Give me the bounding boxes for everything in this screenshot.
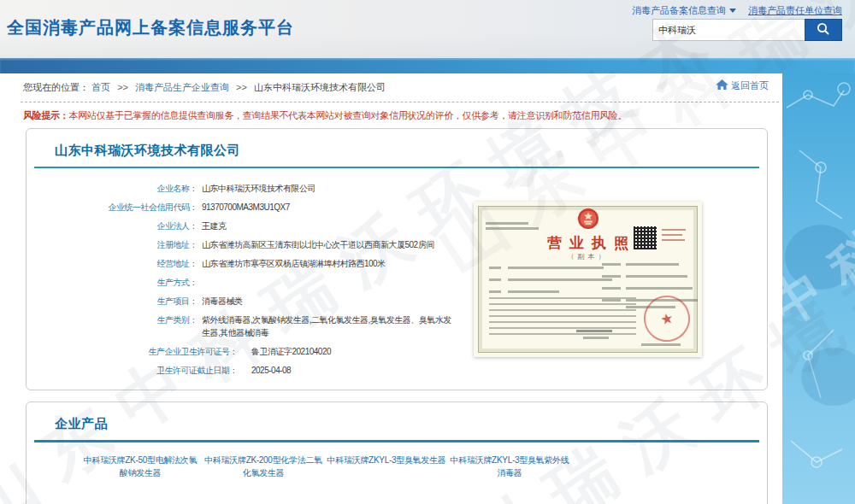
product-links: 中科瑞沃牌ZK-50型电解法次氯酸钠发生器 中科瑞沃牌ZK-200型化学法二氧化… <box>80 454 572 479</box>
license-paragraph-lines <box>489 297 636 338</box>
chevron-down-icon <box>729 9 736 13</box>
license-subtitle: （副本） <box>474 252 702 261</box>
risk-notice: 风险提示：本网站仅基于已掌握的信息提供查询服务，查询结果不代表本网站对被查询对象… <box>23 109 627 122</box>
search-bar <box>652 19 842 41</box>
product-link-zk50[interactable]: 中科瑞沃牌ZK-50型电解法次氯酸钠发生器 <box>80 454 201 479</box>
breadcrumb-enterprise-query[interactable]: 消毒产品生产企业查询 <box>135 82 229 92</box>
license-date-text <box>641 343 681 346</box>
products-title: 企业产品 <box>55 416 108 432</box>
breadcrumb-separator: >> <box>236 82 247 92</box>
license-fine-print <box>602 275 621 278</box>
license-fine-print <box>626 263 679 266</box>
site-title: 全国消毒产品网上备案信息服务平台 <box>7 16 294 39</box>
license-fine-print <box>662 234 682 236</box>
field-row-registered-address: 注册地址： 山东省潍坊高新区玉清东街以北中心次干道以西商新大厦502房间 <box>27 238 475 251</box>
license-title: 营业执照 <box>474 233 702 253</box>
breadcrumb-separator: >> <box>117 82 128 92</box>
risk-notice-label: 风险提示： <box>23 110 69 120</box>
background-decoration: 山东中科瑞沃环境技术 <box>782 73 855 504</box>
license-fine-print <box>508 290 559 293</box>
page: 全国消毒产品网上备案信息服务平台 消毒产品备案信息查询 消毒产品责任单位查询 <box>0 0 855 504</box>
breadcrumb-home[interactable]: 首页 <box>91 82 110 92</box>
license-fine-print <box>626 287 693 290</box>
field-row-production-mode: 生产方式： <box>27 276 475 289</box>
license-fine-print <box>602 287 621 290</box>
top-nav: 消毒产品备案信息查询 消毒产品责任单位查询 <box>632 4 842 17</box>
header: 全国消毒产品网上备案信息服务平台 消毒产品备案信息查询 消毒产品责任单位查询 <box>0 0 855 58</box>
main-content: 您现在的位置： 首页 >> 消毒产品生产企业查询 >> 山东中科瑞沃环境技术有限… <box>0 73 782 504</box>
license-registrar-text <box>576 330 612 332</box>
field-row-license-expiry: 卫生许可证截止日期： 2025-04-08 <box>27 364 475 377</box>
divider-teal <box>34 167 759 168</box>
license-fine-print <box>602 263 621 266</box>
header-divider-bar <box>0 58 855 73</box>
product-link-zk200[interactable]: 中科瑞沃牌ZK-200型化学法二氧化氯发生器 <box>203 454 324 479</box>
nav-responsible-unit-query[interactable]: 消毒产品责任单位查询 <box>748 4 842 17</box>
search-icon <box>816 21 831 39</box>
nav-record-info-query[interactable]: 消毒产品备案信息查询 <box>632 4 726 17</box>
breadcrumb-prefix: 您现在的位置： <box>23 82 89 92</box>
company-title: 山东中科瑞沃环境技术有限公司 <box>55 143 240 159</box>
field-row-hygiene-license-no: 生产企业卫生许可证号： 鲁卫消证字202104020 <box>27 345 475 358</box>
license-fine-print <box>508 267 604 269</box>
license-fine-print <box>489 290 501 293</box>
company-fields: 企业名称： 山东中科瑞沃环境技术有限公司 企业统一社会信用代码： 9137070… <box>27 182 475 383</box>
products-panel: 企业产品 中科瑞沃牌ZK-50型电解法次氯酸钠发生器 中科瑞沃牌ZK-200型化… <box>26 401 768 504</box>
breadcrumb: 您现在的位置： 首页 >> 消毒产品生产企业查询 >> 山东中科瑞沃环境技术有限… <box>23 81 386 94</box>
field-row-company-name: 企业名称： 山东中科瑞沃环境技术有限公司 <box>27 182 475 195</box>
risk-notice-text: 本网站仅基于已掌握的信息提供查询服务，查询结果不代表本网站对被查询对象信用状况的… <box>69 110 628 120</box>
field-row-credit-code: 企业统一社会信用代码： 91370700MA3M3U1QX7 <box>27 201 475 214</box>
license-fine-print <box>489 278 501 281</box>
field-row-legal-person: 企业法人： 王建克 <box>27 220 475 232</box>
product-link-zkyl3-ozone[interactable]: 中科瑞沃牌ZKYL-3型臭氧发生器 <box>326 454 447 479</box>
business-license-image: 营业执照 （副本） <box>474 202 702 357</box>
field-row-production-category: 生产类别： 紫外线消毒器,次氯酸钠发生器,二氧化氯发生器,臭氧发生器、臭氧水发生… <box>27 314 475 339</box>
license-fine-print <box>508 278 612 281</box>
license-fine-print <box>486 227 539 230</box>
field-row-business-address: 经营地址： 山东省潍坊市寒亭区双杨店镇湖淋埠村村路西100米 <box>27 257 475 270</box>
divider-teal <box>34 440 759 442</box>
license-fine-print <box>486 222 528 225</box>
license-fine-print <box>602 299 621 302</box>
back-home-label: 返回首页 <box>731 79 769 92</box>
field-row-production-project: 生产项目： 消毒器械类 <box>27 295 475 308</box>
license-fine-print <box>662 239 685 241</box>
seal-star-icon: ★ <box>658 308 675 329</box>
home-icon <box>716 79 728 92</box>
breadcrumb-current: 山东中科瑞沃环境技术有限公司 <box>254 82 386 92</box>
search-input[interactable] <box>652 19 805 41</box>
national-emblem-icon <box>577 208 599 233</box>
license-fine-print <box>626 275 687 278</box>
license-qr-code <box>634 226 657 249</box>
license-registrar-text <box>583 337 609 339</box>
search-button[interactable] <box>805 19 842 41</box>
license-fine-print <box>489 267 501 269</box>
divider-dashed <box>21 102 779 103</box>
company-info-panel: 山东中科瑞沃环境技术有限公司 企业名称： 山东中科瑞沃环境技术有限公司 企业统一… <box>26 128 768 390</box>
back-home-link[interactable]: 返回首页 <box>716 79 769 92</box>
license-fine-print <box>662 229 686 231</box>
product-link-zkyl3-uv[interactable]: 中科瑞沃牌ZKYL-3型臭氧紫外线消毒器 <box>449 454 570 479</box>
